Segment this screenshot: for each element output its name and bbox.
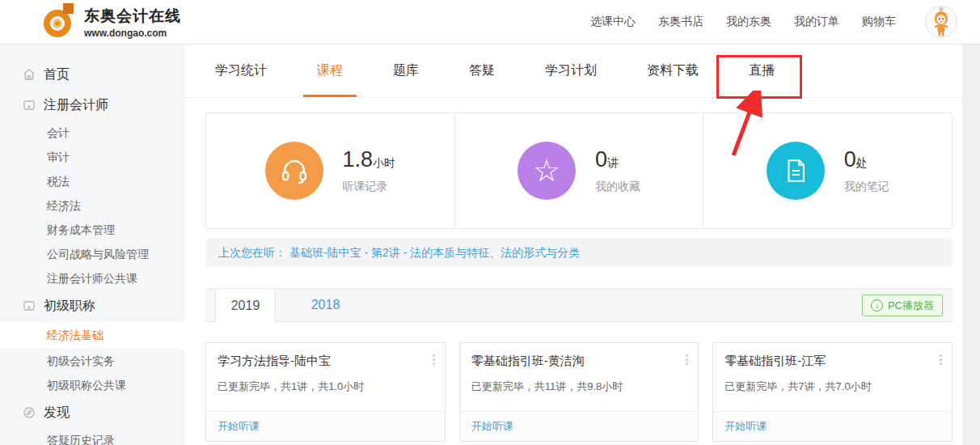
stat-favorites[interactable]: ☆ 0讲 我的收藏: [455, 113, 704, 228]
year-tab-2019[interactable]: 2019: [215, 289, 276, 322]
course-card: 零基础指引班-江军 已更新完毕，共7讲，共7.0小时 开始听课: [712, 342, 953, 442]
sidebar-item-junior-public[interactable]: 初级职称公共课: [0, 373, 184, 397]
course-meta: 已更新完毕，共1讲，共1.0小时: [218, 379, 433, 394]
course-card: 零基础指引班-黄洁洵 已更新完毕，共11讲，共9.8小时 开始听课: [459, 342, 699, 442]
compass-icon: [23, 406, 36, 419]
stat-notes[interactable]: 0处 我的笔记: [703, 113, 952, 228]
nav-bookstore[interactable]: 东奥书店: [658, 15, 703, 29]
stat-label: 我的收藏: [595, 180, 640, 194]
nav-my-dongao[interactable]: 我的东奥: [726, 15, 771, 29]
brand-url: www.dongao.com: [84, 28, 181, 39]
sidebar-item-qa-history[interactable]: 答疑历史记录: [0, 428, 184, 445]
stats-panel: 1.8小时 听课记录 ☆ 0讲 我的收藏: [205, 112, 953, 229]
headphones-icon: [265, 142, 323, 200]
sidebar-item-discover[interactable]: 发现: [0, 397, 184, 428]
more-options-icon[interactable]: [684, 351, 690, 368]
user-avatar[interactable]: [925, 6, 957, 38]
course-title: 学习方法指导-陆中宝: [218, 354, 433, 369]
home-icon: [23, 68, 36, 81]
tab-question-bank[interactable]: 题库: [393, 44, 419, 97]
nav-my-orders[interactable]: 我的订单: [794, 15, 839, 29]
year-tab-bar: 2019 2018 ↓ PC播放器: [205, 288, 953, 322]
tab-live[interactable]: 直播: [749, 44, 775, 97]
tab-qa[interactable]: 答疑: [469, 44, 495, 97]
course-meta: 已更新完毕，共11讲，共9.8小时: [471, 379, 687, 394]
sidebar-item-econ-law-basics-active[interactable]: 经济法基础: [0, 321, 184, 349]
page-body: 首页 注册会计师 会计 审计 税法 经济法 财务成本管理 公司战略与风险管理 注…: [0, 44, 980, 445]
course-meta: 已更新完毕，共7讲，共7.0小时: [724, 379, 940, 394]
main-panel: 学习统计 课程 题库 答疑 学习计划 资料下载 直播 1.8: [184, 44, 962, 445]
note-icon: [767, 142, 825, 200]
pc-player-label: PC播放器: [888, 299, 934, 313]
nav-cart[interactable]: 购物车: [862, 15, 896, 29]
course-card-list: 学习方法指导-陆中宝 已更新完毕，共1讲，共1.0小时 开始听课 零基础指引班-…: [205, 342, 953, 442]
dongao-logo-icon: [42, 2, 76, 42]
main-tab-bar: 学习统计 课程 题库 答疑 学习计划 资料下载 直播: [184, 44, 962, 98]
stat-unit: 小时: [373, 156, 395, 169]
sidebar-item-junior-practice[interactable]: 初级会计实务: [0, 349, 184, 373]
top-header: 东奥会计在线 www.dongao.com 选课中心 东奥书店 我的东奥 我的订…: [0, 0, 980, 44]
stat-label: 我的笔记: [844, 180, 889, 194]
sidebar: 首页 注册会计师 会计 审计 税法 经济法 财务成本管理 公司战略与风险管理 注…: [0, 44, 184, 445]
tab-study-stats[interactable]: 学习统计: [215, 44, 267, 97]
sidebar-item-junior-title[interactable]: 初级职称: [0, 290, 184, 321]
sidebar-item-label: 注册会计师: [44, 97, 108, 114]
nav-course-center[interactable]: 选课中心: [590, 15, 636, 29]
download-icon: ↓: [871, 299, 883, 312]
stat-value: 1.8: [343, 147, 374, 172]
sidebar-item-cpa[interactable]: 注册会计师: [0, 90, 184, 121]
sidebar-item-audit[interactable]: 审计: [0, 145, 184, 169]
tab-courses[interactable]: 课程: [317, 44, 343, 97]
sidebar-item-cpa-public[interactable]: 注册会计师公共课: [0, 266, 184, 290]
stat-unit: 处: [856, 156, 868, 169]
tab-study-plan[interactable]: 学习计划: [545, 44, 597, 97]
year-tab-2018[interactable]: 2018: [295, 289, 356, 321]
sidebar-item-home[interactable]: 首页: [0, 59, 184, 90]
course-card: 学习方法指导-陆中宝 已更新完毕，共1讲，共1.0小时 开始听课: [205, 342, 446, 442]
start-listening-link[interactable]: 开始听课: [724, 420, 767, 432]
more-options-icon[interactable]: [431, 351, 437, 368]
certificate-icon: [23, 99, 36, 112]
start-listening-link[interactable]: 开始听课: [218, 420, 260, 432]
sidebar-item-financial-mgmt[interactable]: 财务成本管理: [0, 218, 184, 242]
last-listened-link[interactable]: 上次您在听： 基础班-陆中宝 - 第2讲 - 法的本质与特征、法的形式与分类: [205, 239, 953, 266]
brand-logo[interactable]: 东奥会计在线 www.dongao.com: [42, 2, 181, 42]
stat-value: 0: [595, 147, 607, 172]
more-options-icon[interactable]: [938, 351, 944, 368]
pc-player-button[interactable]: ↓ PC播放器: [862, 295, 943, 316]
sidebar-item-tax-law[interactable]: 税法: [0, 169, 184, 193]
course-title: 零基础指引班-江军: [724, 354, 940, 369]
stat-value: 0: [844, 147, 856, 172]
header-nav: 选课中心 东奥书店 我的东奥 我的订单 购物车: [590, 6, 957, 38]
stat-unit: 讲: [607, 156, 619, 169]
sidebar-item-label: 发现: [44, 405, 70, 422]
sidebar-item-label: 初级职称: [44, 298, 95, 315]
start-listening-link[interactable]: 开始听课: [471, 420, 513, 432]
sidebar-item-economic-law[interactable]: 经济法: [0, 193, 184, 218]
star-icon: ☆: [517, 142, 576, 200]
certificate-icon: [23, 299, 36, 312]
sidebar-item-label: 首页: [44, 66, 70, 83]
sidebar-item-strategy-risk[interactable]: 公司战略与风险管理: [0, 242, 184, 266]
sidebar-item-accounting[interactable]: 会计: [0, 121, 184, 145]
tab-downloads[interactable]: 资料下载: [647, 44, 699, 97]
stat-listening-record[interactable]: 1.8小时 听课记录: [206, 113, 455, 228]
course-title: 零基础指引班-黄洁洵: [471, 354, 687, 369]
brand-title: 东奥会计在线: [84, 6, 181, 27]
stat-label: 听课记录: [343, 180, 396, 194]
